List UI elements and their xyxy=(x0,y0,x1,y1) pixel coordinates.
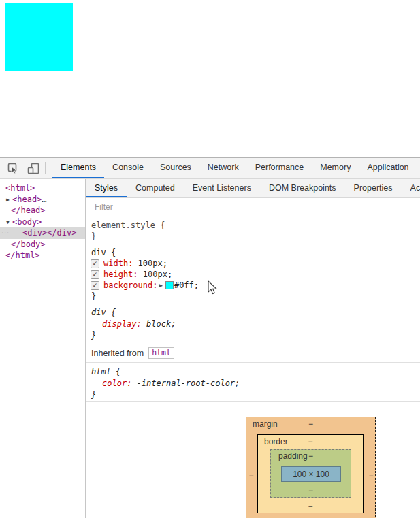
padding-bottom-value[interactable]: − xyxy=(271,486,351,496)
css-property-height[interactable]: ✓ height: 100px; xyxy=(86,269,420,280)
rule-close-brace: } xyxy=(86,231,420,242)
tab-properties[interactable]: Properties xyxy=(345,179,402,197)
margin-right-value[interactable]: − xyxy=(368,472,374,480)
dom-node-html-close[interactable]: </html> xyxy=(0,250,85,261)
dom-node-head[interactable]: ▶<head>… xyxy=(0,194,85,206)
rule-close-brace: } xyxy=(86,291,420,302)
rule-selector[interactable]: html { xyxy=(86,366,420,378)
css-property-color[interactable]: color: -internal-root-color; xyxy=(86,378,420,389)
device-toolbar-icon[interactable] xyxy=(26,161,41,176)
node-menu-dots-icon[interactable]: ... xyxy=(1,225,10,237)
color-swatch[interactable] xyxy=(165,281,174,289)
browser-window: Elements Console Sources Network Perform… xyxy=(0,0,420,518)
inherited-tag-link[interactable]: html xyxy=(148,347,174,359)
page-cyan-div xyxy=(5,3,73,71)
devtools-panel: Elements Console Sources Network Perform… xyxy=(0,157,420,518)
div-style-rule[interactable]: div { ✓ width: 100px; ✓ height: 100px; ✓… xyxy=(86,244,420,304)
tab-application[interactable]: Application xyxy=(359,158,417,178)
tab-dom-breakpoints[interactable]: DOM Breakpoints xyxy=(260,179,345,197)
devtools-tabs: Elements Console Sources Network Perform… xyxy=(52,158,417,178)
border-top-value[interactable]: − xyxy=(258,437,363,447)
inherited-from-section: Inherited from html xyxy=(86,344,420,363)
dom-node-head-close[interactable]: </head> xyxy=(0,205,85,216)
css-property-display[interactable]: display: block; xyxy=(86,319,420,330)
dom-tree-panel: <html> ▶<head>… </head> ▼<body> ...<div>… xyxy=(0,179,85,518)
inherited-from-label: Inherited from xyxy=(91,349,144,358)
chevron-right-icon[interactable]: ▶ xyxy=(6,195,12,206)
styles-sidebar: Styles Computed Event Listeners DOM Brea… xyxy=(85,179,420,518)
rule-close-brace: } xyxy=(86,389,420,401)
sidebar-tabs: Styles Computed Event Listeners DOM Brea… xyxy=(86,179,420,198)
tab-memory[interactable]: Memory xyxy=(312,158,359,178)
box-model-content[interactable]: 100 × 100 xyxy=(281,466,341,482)
tab-network[interactable]: Network xyxy=(199,158,247,178)
tab-event-listeners[interactable]: Event Listeners xyxy=(184,179,260,197)
collapsed-content-ellipsis[interactable]: … xyxy=(42,195,46,204)
element-style-rule[interactable]: element.style { } xyxy=(86,216,420,244)
toolbar-icons xyxy=(0,158,44,178)
dom-node-body[interactable]: ▼<body> xyxy=(0,216,85,228)
box-model-border[interactable]: border − − padding − − 100 × 100 xyxy=(257,434,364,513)
rule-selector[interactable]: div { xyxy=(86,307,420,319)
border-bottom-value[interactable]: − xyxy=(258,502,363,511)
tab-computed[interactable]: Computed xyxy=(127,179,184,197)
dom-node-div-selected[interactable]: ...<div></div> xyxy=(0,227,85,239)
styles-filter-input[interactable]: Filter xyxy=(86,198,420,216)
property-checkbox-checked-icon[interactable]: ✓ xyxy=(91,270,99,279)
tab-sources[interactable]: Sources xyxy=(152,158,199,178)
margin-top-value[interactable]: − xyxy=(246,419,375,429)
dom-node-body-close[interactable]: </body> xyxy=(0,239,85,250)
property-checkbox-checked-icon[interactable]: ✓ xyxy=(91,259,99,268)
box-model-margin[interactable]: margin − − − − − − − border − − xyxy=(246,417,376,518)
rule-selector[interactable]: element.style { xyxy=(86,220,420,231)
div-user-agent-rule[interactable]: div { display: block; } xyxy=(86,304,420,344)
toolbar-divider xyxy=(45,162,46,174)
tab-console[interactable]: Console xyxy=(104,158,152,178)
property-checkbox-checked-icon[interactable]: ✓ xyxy=(91,281,99,290)
css-property-width[interactable]: ✓ width: 100px; xyxy=(86,258,420,269)
tab-performance[interactable]: Performance xyxy=(247,158,312,178)
box-model-section: margin − − − − − − − border − − xyxy=(86,402,420,518)
box-model-padding[interactable]: padding − − 100 × 100 xyxy=(270,449,351,498)
padding-top-value[interactable]: − xyxy=(271,451,351,461)
tab-accessibility[interactable]: Accessibility xyxy=(402,179,420,197)
tab-styles[interactable]: Styles xyxy=(86,179,127,197)
content-size-value: 100 × 100 xyxy=(293,470,329,479)
expand-longhand-icon[interactable]: ▶ xyxy=(159,280,162,291)
margin-left-value[interactable]: − xyxy=(248,472,255,480)
dom-node-html-open[interactable]: <html> xyxy=(0,182,85,194)
rule-selector[interactable]: div { xyxy=(86,247,420,258)
devtools-toolbar: Elements Console Sources Network Perform… xyxy=(0,158,420,179)
html-inherited-rule[interactable]: html { color: -internal-root-color; } xyxy=(86,363,420,402)
rule-close-brace: } xyxy=(86,330,420,342)
inspect-element-icon[interactable] xyxy=(5,161,20,176)
css-property-background[interactable]: ✓ background: ▶ #0ff; xyxy=(86,280,420,291)
tab-elements[interactable]: Elements xyxy=(52,158,104,178)
filter-placeholder: Filter xyxy=(95,202,113,212)
